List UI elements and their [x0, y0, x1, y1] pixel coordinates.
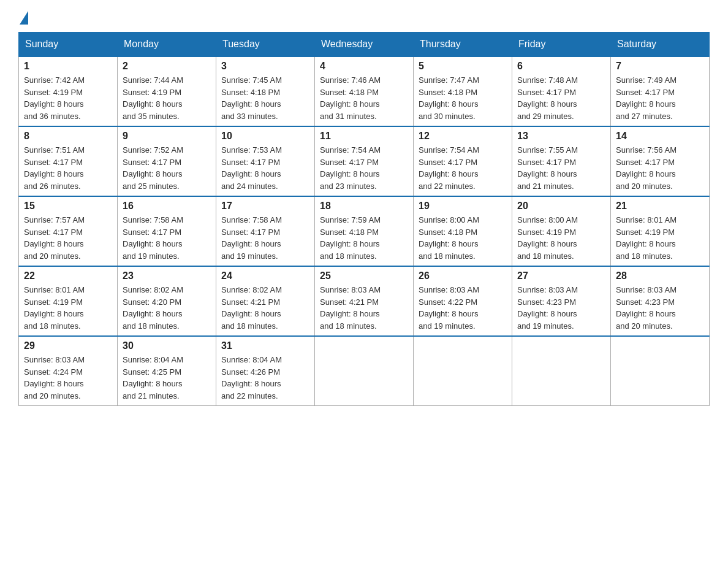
weekday-header-sunday: Sunday	[19, 33, 118, 57]
weekday-header-wednesday: Wednesday	[315, 33, 414, 57]
calendar-cell: 8Sunrise: 7:51 AMSunset: 4:17 PMDaylight…	[19, 126, 118, 196]
day-info: Sunrise: 8:01 AMSunset: 4:19 PMDaylight:…	[24, 284, 112, 332]
weekday-header-thursday: Thursday	[414, 33, 512, 57]
calendar-cell: 29Sunrise: 8:03 AMSunset: 4:24 PMDayligh…	[19, 336, 118, 406]
calendar-cell: 31Sunrise: 8:04 AMSunset: 4:26 PMDayligh…	[216, 336, 315, 406]
calendar-cell: 21Sunrise: 8:01 AMSunset: 4:19 PMDayligh…	[611, 196, 710, 266]
weekday-header-friday: Friday	[512, 33, 611, 57]
day-number: 13	[517, 131, 605, 142]
day-info: Sunrise: 7:48 AMSunset: 4:17 PMDaylight:…	[517, 74, 605, 122]
week-row-5: 29Sunrise: 8:03 AMSunset: 4:24 PMDayligh…	[19, 336, 710, 406]
day-info: Sunrise: 8:02 AMSunset: 4:20 PMDaylight:…	[123, 284, 211, 332]
day-number: 10	[221, 131, 309, 142]
calendar-cell: 14Sunrise: 7:56 AMSunset: 4:17 PMDayligh…	[611, 126, 710, 196]
week-row-2: 8Sunrise: 7:51 AMSunset: 4:17 PMDaylight…	[19, 126, 710, 196]
day-number: 14	[616, 131, 704, 142]
day-info: Sunrise: 8:02 AMSunset: 4:21 PMDaylight:…	[221, 284, 309, 332]
day-info: Sunrise: 7:46 AMSunset: 4:18 PMDaylight:…	[320, 74, 408, 122]
day-info: Sunrise: 7:54 AMSunset: 4:17 PMDaylight:…	[419, 144, 507, 192]
calendar-cell: 25Sunrise: 8:03 AMSunset: 4:21 PMDayligh…	[315, 266, 414, 336]
day-info: Sunrise: 8:03 AMSunset: 4:21 PMDaylight:…	[320, 284, 408, 332]
calendar-cell: 12Sunrise: 7:54 AMSunset: 4:17 PMDayligh…	[414, 126, 512, 196]
day-number: 17	[221, 201, 309, 212]
calendar-cell: 13Sunrise: 7:55 AMSunset: 4:17 PMDayligh…	[512, 126, 611, 196]
page-header	[18, 12, 710, 26]
day-number: 28	[616, 270, 704, 282]
calendar-cell: 1Sunrise: 7:42 AMSunset: 4:19 PMDaylight…	[19, 56, 118, 126]
calendar-cell: 22Sunrise: 8:01 AMSunset: 4:19 PMDayligh…	[19, 266, 118, 336]
week-row-1: 1Sunrise: 7:42 AMSunset: 4:19 PMDaylight…	[19, 56, 710, 126]
day-info: Sunrise: 8:03 AMSunset: 4:23 PMDaylight:…	[616, 284, 704, 332]
calendar-cell: 24Sunrise: 8:02 AMSunset: 4:21 PMDayligh…	[216, 266, 315, 336]
calendar-cell: 7Sunrise: 7:49 AMSunset: 4:17 PMDaylight…	[611, 56, 710, 126]
day-info: Sunrise: 7:51 AMSunset: 4:17 PMDaylight:…	[24, 144, 112, 192]
calendar-cell	[512, 336, 611, 406]
day-number: 7	[616, 61, 704, 72]
day-info: Sunrise: 7:57 AMSunset: 4:17 PMDaylight:…	[24, 214, 112, 262]
day-info: Sunrise: 7:59 AMSunset: 4:18 PMDaylight:…	[320, 214, 408, 262]
day-number: 8	[24, 131, 112, 142]
day-number: 9	[123, 131, 211, 142]
day-info: Sunrise: 8:04 AMSunset: 4:25 PMDaylight:…	[123, 354, 211, 402]
day-number: 16	[123, 201, 211, 212]
day-info: Sunrise: 7:49 AMSunset: 4:17 PMDaylight:…	[616, 74, 704, 122]
calendar-cell: 4Sunrise: 7:46 AMSunset: 4:18 PMDaylight…	[315, 56, 414, 126]
weekday-header-saturday: Saturday	[611, 33, 710, 57]
calendar-cell: 15Sunrise: 7:57 AMSunset: 4:17 PMDayligh…	[19, 196, 118, 266]
calendar-cell: 30Sunrise: 8:04 AMSunset: 4:25 PMDayligh…	[118, 336, 216, 406]
day-info: Sunrise: 8:00 AMSunset: 4:18 PMDaylight:…	[419, 214, 507, 262]
day-number: 15	[24, 201, 112, 212]
day-number: 19	[419, 201, 507, 212]
day-info: Sunrise: 7:58 AMSunset: 4:17 PMDaylight:…	[123, 214, 211, 262]
day-info: Sunrise: 8:03 AMSunset: 4:22 PMDaylight:…	[419, 284, 507, 332]
calendar-cell: 16Sunrise: 7:58 AMSunset: 4:17 PMDayligh…	[118, 196, 216, 266]
calendar-cell	[611, 336, 710, 406]
day-info: Sunrise: 7:55 AMSunset: 4:17 PMDaylight:…	[517, 144, 605, 192]
day-number: 22	[24, 270, 112, 282]
day-info: Sunrise: 8:03 AMSunset: 4:24 PMDaylight:…	[24, 354, 112, 402]
day-number: 11	[320, 131, 408, 142]
calendar-cell: 27Sunrise: 8:03 AMSunset: 4:23 PMDayligh…	[512, 266, 611, 336]
calendar-cell: 5Sunrise: 7:47 AMSunset: 4:18 PMDaylight…	[414, 56, 512, 126]
calendar-cell: 20Sunrise: 8:00 AMSunset: 4:19 PMDayligh…	[512, 196, 611, 266]
calendar-cell: 10Sunrise: 7:53 AMSunset: 4:17 PMDayligh…	[216, 126, 315, 196]
day-number: 6	[517, 61, 605, 72]
calendar-cell: 11Sunrise: 7:54 AMSunset: 4:17 PMDayligh…	[315, 126, 414, 196]
weekday-header-row: SundayMondayTuesdayWednesdayThursdayFrid…	[19, 33, 710, 57]
calendar-cell: 2Sunrise: 7:44 AMSunset: 4:19 PMDaylight…	[118, 56, 216, 126]
day-info: Sunrise: 7:44 AMSunset: 4:19 PMDaylight:…	[123, 74, 211, 122]
day-info: Sunrise: 7:53 AMSunset: 4:17 PMDaylight:…	[221, 144, 309, 192]
day-number: 3	[221, 61, 309, 72]
day-number: 18	[320, 201, 408, 212]
day-info: Sunrise: 7:42 AMSunset: 4:19 PMDaylight:…	[24, 74, 112, 122]
calendar-cell: 6Sunrise: 7:48 AMSunset: 4:17 PMDaylight…	[512, 56, 611, 126]
calendar-cell: 3Sunrise: 7:45 AMSunset: 4:18 PMDaylight…	[216, 56, 315, 126]
calendar-cell: 28Sunrise: 8:03 AMSunset: 4:23 PMDayligh…	[611, 266, 710, 336]
day-info: Sunrise: 7:45 AMSunset: 4:18 PMDaylight:…	[221, 74, 309, 122]
day-info: Sunrise: 8:03 AMSunset: 4:23 PMDaylight:…	[517, 284, 605, 332]
day-info: Sunrise: 8:00 AMSunset: 4:19 PMDaylight:…	[517, 214, 605, 262]
day-number: 26	[419, 270, 507, 282]
day-number: 29	[24, 340, 112, 351]
day-number: 20	[517, 201, 605, 212]
day-number: 12	[419, 131, 507, 142]
week-row-3: 15Sunrise: 7:57 AMSunset: 4:17 PMDayligh…	[19, 196, 710, 266]
calendar-table: SundayMondayTuesdayWednesdayThursdayFrid…	[18, 32, 710, 406]
day-number: 4	[320, 61, 408, 72]
day-number: 27	[517, 270, 605, 282]
calendar-cell: 23Sunrise: 8:02 AMSunset: 4:20 PMDayligh…	[118, 266, 216, 336]
day-number: 23	[123, 270, 211, 282]
calendar-cell: 9Sunrise: 7:52 AMSunset: 4:17 PMDaylight…	[118, 126, 216, 196]
day-number: 1	[24, 61, 112, 72]
day-info: Sunrise: 7:58 AMSunset: 4:17 PMDaylight:…	[221, 214, 309, 262]
day-info: Sunrise: 8:04 AMSunset: 4:26 PMDaylight:…	[221, 354, 309, 402]
calendar-cell	[315, 336, 414, 406]
calendar-cell: 18Sunrise: 7:59 AMSunset: 4:18 PMDayligh…	[315, 196, 414, 266]
day-info: Sunrise: 7:54 AMSunset: 4:17 PMDaylight:…	[320, 144, 408, 192]
calendar-cell	[414, 336, 512, 406]
day-number: 24	[221, 270, 309, 282]
calendar-cell: 17Sunrise: 7:58 AMSunset: 4:17 PMDayligh…	[216, 196, 315, 266]
logo-arrow-icon	[20, 11, 28, 25]
day-info: Sunrise: 7:52 AMSunset: 4:17 PMDaylight:…	[123, 144, 211, 192]
day-info: Sunrise: 7:47 AMSunset: 4:18 PMDaylight:…	[419, 74, 507, 122]
